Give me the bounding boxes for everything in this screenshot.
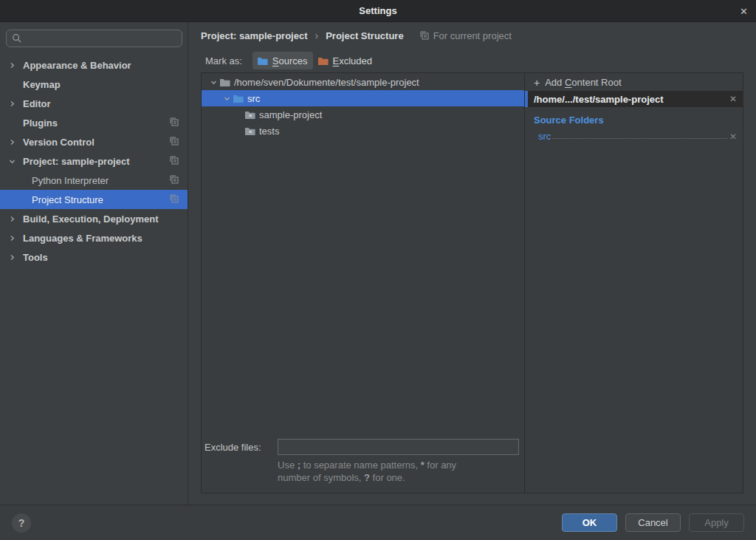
project-tree: /home/sven/Dokumente/test/sample-project…: [202, 73, 524, 139]
sidebar-item-editor[interactable]: Editor: [0, 94, 188, 113]
chevron-right-icon: [9, 100, 20, 107]
sidebar-item-tools[interactable]: Tools: [0, 247, 188, 267]
chevron-right-icon: [9, 254, 20, 261]
content-roots-panel: /home/sven/Dokumente/test/sample-project…: [201, 72, 525, 493]
close-icon[interactable]: ✕: [740, 0, 748, 22]
exclude-files-input[interactable]: [278, 439, 519, 455]
chevron-down-icon: [9, 158, 20, 165]
source-folder-src[interactable]: src✕: [538, 128, 737, 143]
folder-icon: [244, 110, 255, 120]
chevron-right-icon: [9, 216, 20, 222]
chevron-right-icon: [9, 235, 20, 242]
sidebar-item-label: Tools: [23, 252, 48, 263]
chevron-right-icon: [9, 62, 20, 69]
tree-row-label: /home/sven/Dokumente/test/sample-project: [234, 77, 419, 88]
sidebar-item-label: Build, Execution, Deployment: [23, 213, 158, 225]
shared-settings-icon: [170, 194, 179, 205]
exclude-files-label: Exclude files:: [205, 442, 278, 453]
tree-row-home-sven-dokumente-test-sample-project[interactable]: /home/sven/Dokumente/test/sample-project: [202, 74, 524, 90]
tree-row-tests[interactable]: tests: [202, 123, 524, 139]
tree-row-sample-project[interactable]: sample-project: [202, 106, 524, 123]
sidebar-item-label: Python Interpreter: [32, 175, 109, 186]
content-root-row[interactable]: /home/.../test/sample-project ✕: [525, 91, 743, 107]
settings-nav: Appearance & BehaviorKeymapEditorPlugins…: [0, 55, 188, 267]
tree-row-label: sample-project: [259, 109, 322, 120]
tree-row-src[interactable]: src: [202, 90, 524, 106]
exclude-files-hint: Use ; to separate name patterns, * for a…: [278, 459, 518, 484]
sidebar-item-project-structure[interactable]: Project Structure: [0, 190, 188, 209]
for-current-project-label: For current project: [433, 30, 512, 41]
chevron-down-icon[interactable]: [221, 95, 233, 102]
sidebar-item-build-execution-deployment[interactable]: Build, Execution, Deployment: [0, 209, 188, 228]
shared-settings-icon: [170, 137, 179, 148]
chevron-right-icon: [9, 139, 20, 146]
dialog-title: Settings: [359, 5, 396, 16]
settings-sidebar: Appearance & BehaviorKeymapEditorPlugins…: [0, 22, 188, 505]
dialog-titlebar: Settings ✕: [0, 0, 756, 22]
mark-as-sources[interactable]: Sources: [252, 52, 313, 69]
shared-settings-icon: [420, 31, 429, 40]
help-button[interactable]: ?: [12, 513, 31, 533]
mark-as-label: Mark as:: [205, 55, 242, 66]
content-root-path: /home/.../test/sample-project: [534, 94, 729, 105]
sidebar-item-label: Languages & Frameworks: [23, 233, 142, 244]
mark-as-option-label: Excluded: [333, 55, 372, 66]
folder-icon: [257, 56, 268, 66]
apply-button[interactable]: Apply: [689, 513, 744, 532]
source-folder-label: src: [538, 131, 551, 142]
sidebar-item-project-sample-project[interactable]: Project: sample-project: [0, 151, 188, 171]
chevron-down-icon[interactable]: [207, 79, 219, 86]
dialog-footer: ? OK Cancel Apply: [0, 505, 756, 540]
source-folders-heading: Source Folders: [534, 115, 743, 126]
sidebar-item-languages-frameworks[interactable]: Languages & Frameworks: [0, 228, 188, 247]
folder-icon: [317, 56, 329, 66]
sidebar-item-label: Version Control: [23, 137, 94, 148]
sidebar-item-plugins[interactable]: Plugins: [0, 113, 188, 132]
add-content-root-button[interactable]: + Add Content Root: [525, 74, 743, 91]
breadcrumb-separator: ›: [315, 30, 319, 41]
breadcrumb-project[interactable]: Project: sample-project: [201, 30, 308, 41]
for-current-project: For current project: [420, 30, 512, 41]
content-root-details-panel: + Add Content Root /home/.../test/sample…: [525, 72, 743, 493]
folder-icon: [219, 78, 230, 87]
shared-settings-icon: [170, 175, 179, 186]
breadcrumb-page: Project Structure: [326, 30, 403, 41]
sidebar-item-label: Project Structure: [32, 194, 103, 205]
search-input[interactable]: [6, 30, 182, 47]
sidebar-item-label: Plugins: [23, 117, 58, 129]
sidebar-item-appearance-behavior[interactable]: Appearance & Behavior: [0, 55, 188, 75]
sidebar-item-label: Appearance & Behavior: [23, 60, 131, 71]
add-content-root-label: Add Content Root: [545, 77, 621, 88]
cancel-button[interactable]: Cancel: [625, 513, 681, 532]
ok-button[interactable]: OK: [562, 513, 617, 532]
dotted-leader: [552, 138, 727, 139]
folder-icon: [244, 126, 255, 136]
shared-settings-icon: [170, 117, 179, 129]
sidebar-item-python-interpreter[interactable]: Python Interpreter: [0, 171, 188, 190]
mark-as-toolbar: Mark as: Sources Excluded: [188, 49, 756, 72]
plus-icon: +: [534, 77, 540, 89]
settings-dialog: Settings ✕ Appearance & BehaviorKeymapEd…: [0, 0, 756, 540]
mark-as-excluded[interactable]: Excluded: [313, 52, 377, 69]
sidebar-item-label: Editor: [23, 98, 51, 109]
folder-icon: [233, 94, 244, 103]
sidebar-item-label: Keymap: [23, 79, 61, 90]
mark-as-option-label: Sources: [272, 55, 308, 66]
remove-source-folder-icon[interactable]: ✕: [729, 131, 737, 142]
search-icon: [12, 33, 22, 44]
sidebar-item-version-control[interactable]: Version Control: [0, 132, 188, 151]
exclude-files-row: Exclude files:: [202, 439, 524, 455]
tree-row-label: tests: [259, 126, 279, 137]
sidebar-item-keymap[interactable]: Keymap: [0, 75, 188, 94]
remove-content-root-icon[interactable]: ✕: [729, 94, 737, 104]
sidebar-item-label: Project: sample-project: [23, 156, 130, 167]
tree-row-label: src: [247, 93, 260, 104]
breadcrumb: Project: sample-project › Project Struct…: [188, 22, 756, 49]
shared-settings-icon: [170, 156, 179, 167]
